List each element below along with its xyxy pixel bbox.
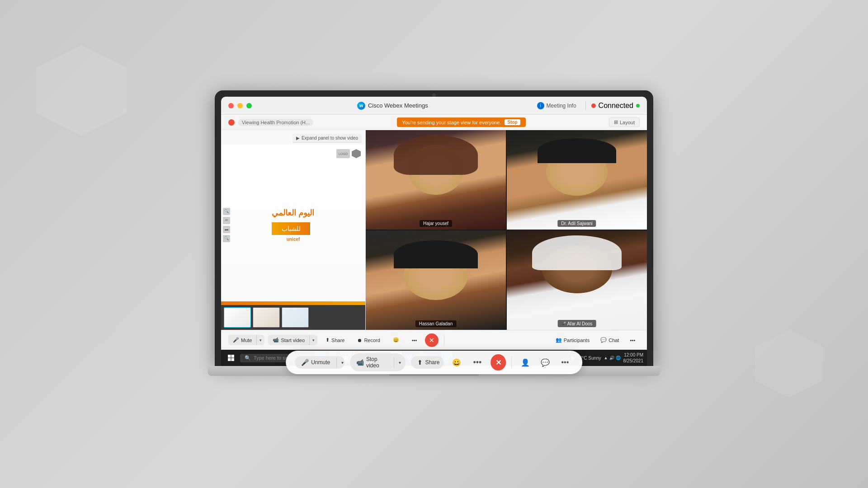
outer-chat-icon: 💬 [541, 358, 550, 367]
app-window: W Cisco Webex Meetings i Meeting Info Co… [221, 97, 647, 366]
stop-video-chevron[interactable]: ▾ [394, 357, 406, 368]
ctrl-right: 👥 Participants 💬 Chat ••• [551, 335, 640, 345]
laptop-screen-bezel: W Cisco Webex Meetings i Meeting Info Co… [221, 97, 647, 366]
stage-stop-button[interactable]: Stop [505, 119, 520, 125]
outer-more-button[interactable]: ••• [470, 356, 486, 369]
tray-icon-1: ▲ [604, 356, 608, 360]
presentation-filmstrip [221, 305, 365, 330]
participant-name-afar: 🎤 Afar Al Doos [558, 320, 596, 327]
participant-name-text-adil: Dr. Adil Sajwani [561, 221, 592, 226]
slide-extra-text: unicef [272, 237, 314, 242]
more-icon: ••• [412, 338, 417, 343]
expand-icon: ▶ [296, 136, 300, 141]
record-button[interactable]: ⏺ Record [353, 336, 384, 345]
layout-icon: ⊞ [614, 119, 618, 125]
close-button[interactable] [228, 103, 234, 108]
more-options-button[interactable]: ••• [407, 336, 422, 345]
outer-right-btns: 👤 💬 ••• [517, 354, 573, 371]
chat-label: Chat [609, 338, 619, 343]
outer-chat-button[interactable]: 💬 [537, 354, 553, 371]
chat-button[interactable]: 💬 Chat [596, 335, 623, 345]
minimize-button[interactable] [237, 103, 243, 108]
mic-icon-afar: 🎤 [561, 322, 566, 326]
record-icon-ctrl: ⏺ [357, 338, 362, 343]
participants-button[interactable]: 👥 Participants [551, 335, 594, 345]
hair-overlay-hassan [394, 240, 478, 268]
laptop-camera [432, 93, 436, 97]
title-divider [585, 101, 586, 110]
outer-end-call-button[interactable]: ✕ [491, 354, 505, 371]
record-icon [591, 103, 596, 108]
video-chevron[interactable]: ▾ [310, 336, 317, 345]
video-tile-hassan: Hassan Galadan [366, 230, 506, 330]
meeting-info-label: Meeting Info [547, 103, 576, 109]
time-display: 12:00 PM 8/25/2021 [623, 352, 644, 364]
share-btn-group: ⬆ Share [411, 356, 443, 369]
laptop-shell: W Cisco Webex Meetings i Meeting Info Co… [208, 90, 660, 398]
stop-video-btn-group: 📹 Stop video ▾ [350, 353, 406, 371]
title-center: W Cisco Webex Meetings [357, 102, 428, 110]
stop-video-icon: 📹 [356, 359, 364, 366]
mute-chevron[interactable]: ▾ [257, 336, 264, 345]
share-button[interactable]: ⬆ Share [321, 335, 349, 345]
outer-emoji-button[interactable]: 😀 [449, 354, 464, 371]
slide-content: اليوم العالمي للشباب unicef [267, 203, 319, 246]
participant-video-hassan [366, 230, 506, 330]
mute-button[interactable]: 🎤 Mute [228, 335, 257, 345]
mute-label: Mute [241, 338, 252, 343]
maximize-button[interactable] [246, 103, 252, 108]
stop-video-button[interactable]: 📹 Stop video [350, 353, 394, 371]
outer-more-icon: ••• [473, 358, 482, 367]
video-area: ▶ Expand panel to show video 🔍 ✏ [221, 130, 647, 330]
windows-start-button[interactable] [225, 355, 237, 361]
chat-icon: 💬 [600, 337, 607, 343]
outer-emoji-icon: 😀 [452, 358, 461, 367]
svg-rect-2 [228, 358, 231, 361]
share-icon: ⬆ [326, 337, 330, 343]
mute-btn-group: 🎤 Mute ▾ [228, 335, 264, 345]
meeting-info-button[interactable]: i Meeting Info [533, 101, 580, 111]
start-video-button[interactable]: 📹 Start video [268, 335, 310, 345]
tray-icon-2: 🔊 [609, 356, 614, 360]
outer-share-button[interactable]: ⬆ Share [411, 356, 443, 369]
layout-button[interactable]: ⊞ Layout [609, 117, 640, 127]
svg-rect-3 [231, 358, 235, 361]
filmstrip-thumb-1[interactable] [224, 307, 251, 328]
expand-panel-button[interactable]: ▶ Expand panel to show video [292, 134, 362, 143]
unmute-label: Unmute [311, 359, 330, 366]
slide-tool-2[interactable]: ✏ [223, 217, 230, 224]
outer-phone-icon: ✕ [495, 358, 501, 367]
tray-icon-3: 🌐 [616, 356, 621, 360]
filmstrip-thumb-2[interactable] [253, 307, 280, 328]
slide-tools: 🔍 ✏ ▬ 🔍 [223, 208, 230, 242]
stage-bar: Viewing Health Promotion (H... You're se… [221, 115, 647, 130]
slide-logo-2 [352, 149, 361, 158]
outer-share-icon: ⬆ [417, 359, 423, 366]
unmute-chevron[interactable]: ▾ [336, 357, 344, 368]
outer-participants-icon: 👤 [521, 358, 530, 367]
slide-tool-1[interactable]: 🔍 [223, 208, 230, 215]
unmute-button[interactable]: 🎤 Unmute [295, 356, 336, 369]
hair-overlay-adil [538, 138, 616, 163]
more-right-button[interactable]: ••• [625, 336, 640, 345]
webex-logo: W [357, 102, 365, 110]
slide-tool-3[interactable]: ▬ [223, 226, 230, 233]
participant-name-adil: Dr. Adil Sajwani [557, 220, 596, 227]
viewing-label: Viewing Health Promotion (H... [238, 119, 313, 126]
system-tray: ▲ 🔊 🌐 [604, 356, 621, 360]
emoji-button[interactable]: 😀 [388, 335, 404, 345]
unmute-mic-icon: 🎤 [301, 359, 309, 366]
slide-arabic-title: اليوم العالمي [272, 208, 314, 218]
slide-tool-4[interactable]: 🔍 [223, 235, 230, 242]
outer-participants-button[interactable]: 👤 [517, 354, 533, 371]
recording-dot [228, 119, 235, 126]
connected-text: Connected [599, 102, 633, 110]
participant-name-hassan: Hassan Galadan [415, 320, 457, 327]
end-call-button[interactable]: ✕ [425, 333, 439, 347]
filmstrip-thumb-3[interactable] [282, 307, 309, 328]
outer-more-right-button[interactable]: ••• [557, 354, 573, 371]
participant-name-text-hassan: Hassan Galadan [419, 321, 453, 326]
title-bar: W Cisco Webex Meetings i Meeting Info Co… [221, 97, 647, 115]
status-green-dot [636, 104, 640, 108]
video-grid: Hajar yousef [366, 130, 647, 330]
